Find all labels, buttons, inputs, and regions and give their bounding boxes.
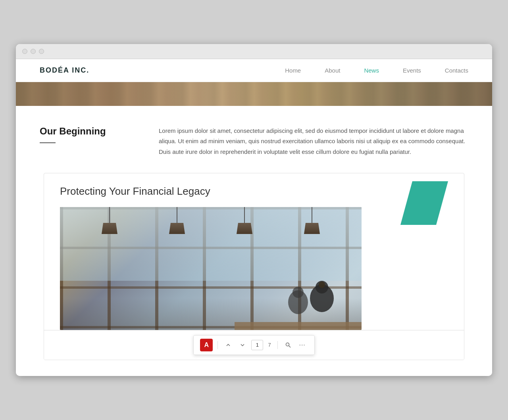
page-next-button[interactable] xyxy=(237,339,248,351)
lamp-shade xyxy=(304,223,320,234)
section-title: Our Beginning xyxy=(40,126,135,137)
pdf-toolbar-inner: A 7 xyxy=(193,335,314,355)
lamp-shade xyxy=(237,223,252,234)
chevron-up-icon xyxy=(226,343,231,347)
svg-point-3 xyxy=(319,282,325,288)
main-content: Our Beginning Lorem ipsum dolor sit amet… xyxy=(16,106,492,376)
lamp-cord xyxy=(244,207,245,223)
search-icon xyxy=(285,342,291,348)
nav-item-about[interactable]: About xyxy=(325,67,340,74)
browser-chrome xyxy=(16,44,492,59)
svg-point-5 xyxy=(292,287,304,298)
nav-links: Home About News Events Contacts xyxy=(285,67,468,74)
pdf-title: Protecting Your Financial Legacy xyxy=(60,185,258,198)
toolbar-divider-1 xyxy=(217,341,218,349)
content-row: Our Beginning Lorem ipsum dolor sit amet… xyxy=(40,126,468,157)
page-total: 7 xyxy=(266,342,272,348)
nav-link-news[interactable]: News xyxy=(364,67,379,74)
nav-link-contacts[interactable]: Contacts xyxy=(445,67,468,74)
more-icon: ··· xyxy=(299,341,305,349)
acrobat-icon: A xyxy=(200,339,213,351)
navbar: BODÉA INC. Home About News Events Contac… xyxy=(16,59,492,82)
svg-rect-6 xyxy=(235,322,362,330)
people-silhouette xyxy=(235,267,362,330)
traffic-light-minimize[interactable] xyxy=(31,49,36,54)
lamp-shade xyxy=(102,223,117,234)
search-button[interactable] xyxy=(283,339,294,351)
pdf-card: Protecting Your Financial Legacy xyxy=(44,173,464,360)
lamp-cord xyxy=(312,207,312,223)
lamp-cord xyxy=(177,207,177,223)
nav-link-events[interactable]: Events xyxy=(403,67,421,74)
browser-content: BODÉA INC. Home About News Events Contac… xyxy=(16,59,492,376)
hero-banner xyxy=(16,82,492,106)
content-body: Lorem ipsum dolor sit amet, consectetur … xyxy=(159,126,468,157)
traffic-light-maximize[interactable] xyxy=(39,49,44,54)
office-photo xyxy=(60,207,362,330)
site-logo: BODÉA INC. xyxy=(40,66,89,75)
pdf-toolbar: A 7 xyxy=(44,330,464,360)
content-left: Our Beginning xyxy=(40,126,135,157)
hero-overlay xyxy=(16,82,492,106)
lamp-4 xyxy=(304,207,320,234)
lamp-shade xyxy=(169,223,185,234)
nav-link-home[interactable]: Home xyxy=(285,67,301,74)
lamp-3 xyxy=(237,207,252,234)
nav-link-about[interactable]: About xyxy=(325,67,340,74)
section-underline xyxy=(40,142,56,143)
teal-decorative-shape xyxy=(400,181,448,225)
browser-window: BODÉA INC. Home About News Events Contac… xyxy=(16,44,492,376)
nav-item-home[interactable]: Home xyxy=(285,67,301,74)
svg-line-8 xyxy=(289,345,291,347)
lamp-cord xyxy=(109,207,110,223)
page-number-input[interactable] xyxy=(251,340,263,350)
toolbar-divider-2 xyxy=(277,341,278,349)
nav-item-events[interactable]: Events xyxy=(403,67,421,74)
pdf-card-inner: Protecting Your Financial Legacy xyxy=(44,173,464,330)
svg-point-7 xyxy=(286,343,289,346)
chevron-down-icon xyxy=(240,343,245,347)
nav-item-news[interactable]: News xyxy=(364,67,379,74)
svg-marker-0 xyxy=(400,181,448,225)
lamp-2 xyxy=(169,207,185,234)
lamps-container xyxy=(60,207,362,255)
lamp-1 xyxy=(102,207,117,234)
more-options-button[interactable]: ··· xyxy=(297,339,308,351)
traffic-light-close[interactable] xyxy=(22,49,27,54)
nav-item-contacts[interactable]: Contacts xyxy=(445,67,468,74)
page-prev-button[interactable] xyxy=(223,339,234,351)
